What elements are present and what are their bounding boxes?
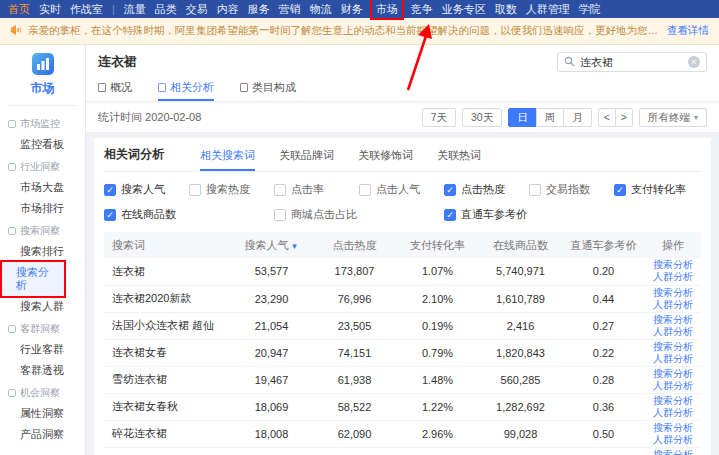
search-analysis-link[interactable]: 搜索分析 bbox=[649, 341, 697, 353]
range-30d-button[interactable]: 30天 bbox=[462, 108, 502, 127]
tab-related-analysis[interactable]: 相关分析 bbox=[158, 76, 214, 101]
sidebar-item-monitor-board[interactable]: 监控看板 bbox=[0, 134, 85, 155]
group-label: 客群洞察 bbox=[20, 322, 60, 336]
sidebar-item-industry-crowd[interactable]: 行业客群 bbox=[0, 339, 85, 360]
crowd-analysis-link[interactable]: 人群分析 bbox=[649, 380, 697, 392]
metric-checkbox-search-popularity[interactable]: ✓搜索人气 bbox=[104, 182, 189, 197]
nav-item-marketing[interactable]: 营销 bbox=[279, 0, 301, 18]
checkbox-icon: ✓ bbox=[274, 184, 286, 196]
keyword-cell: 连衣裙 bbox=[104, 258, 230, 285]
sidebar-module-label[interactable]: 市场 bbox=[8, 80, 77, 97]
sidebar-item-search-rank[interactable]: 搜索排行 bbox=[0, 241, 85, 262]
crowd-analysis-link[interactable]: 人群分析 bbox=[649, 326, 697, 338]
search-analysis-link[interactable]: 搜索分析 bbox=[649, 287, 697, 299]
actions-cell: 搜索分析人群分析 bbox=[645, 312, 701, 339]
metric-label: 搜索人气 bbox=[121, 182, 165, 197]
tab-related-hot-words[interactable]: 关联热词 bbox=[437, 148, 481, 171]
metric-cell: 0.36 bbox=[562, 393, 645, 420]
search-analysis-link[interactable]: 搜索分析 bbox=[649, 395, 697, 407]
nav-item-market[interactable]: 市场 bbox=[372, 0, 402, 18]
sort-desc-icon[interactable]: ▼ bbox=[291, 242, 299, 251]
nav-item-category[interactable]: 品类 bbox=[155, 0, 177, 18]
metric-checkbox-click-rate[interactable]: ✓点击率 bbox=[274, 182, 359, 197]
sidebar-item-attribute-insight[interactable]: 属性洞察 bbox=[0, 403, 85, 424]
terminal-select[interactable]: 所有终端▾ bbox=[639, 108, 707, 127]
nav-item-crowd-management[interactable]: 人群管理 bbox=[526, 0, 570, 18]
nav-item-academy[interactable]: 学院 bbox=[579, 0, 601, 18]
search-analysis-link[interactable]: 搜索分析 bbox=[649, 422, 697, 434]
metric-checkbox-payment-conversion[interactable]: ✓支付转化率 bbox=[614, 182, 699, 197]
tab-overview[interactable]: 概况 bbox=[98, 76, 132, 101]
sidebar-item-market-rank[interactable]: 市场排行 bbox=[0, 198, 85, 219]
crowd-analysis-link[interactable]: 人群分析 bbox=[649, 353, 697, 365]
crowd-analysis-link[interactable]: 人群分析 bbox=[649, 271, 697, 283]
column-header-payment-conversion[interactable]: 支付转化率 bbox=[396, 232, 479, 258]
crowd-analysis-link[interactable]: 人群分析 bbox=[649, 299, 697, 311]
column-header-online-products[interactable]: 在线商品数 bbox=[479, 232, 562, 258]
search-analysis-link[interactable]: 搜索分析 bbox=[649, 449, 697, 455]
sidebar-item-search-analysis[interactable]: 搜索分析 bbox=[2, 262, 64, 296]
crowd-analysis-link[interactable]: 人群分析 bbox=[649, 434, 697, 446]
column-header-search-popularity[interactable]: 搜索人气▼ bbox=[230, 232, 313, 258]
metric-checkbox-search-heat[interactable]: ✓搜索热度 bbox=[189, 182, 274, 197]
nav-item-data-fetch[interactable]: 取数 bbox=[495, 0, 517, 18]
checkbox-icon: ✓ bbox=[529, 184, 541, 196]
nav-item-logistics[interactable]: 物流 bbox=[310, 0, 332, 18]
sidebar-module: 市场 bbox=[8, 53, 77, 106]
sidebar-item-market-overview[interactable]: 市场大盘 bbox=[0, 177, 85, 198]
nav-item-competition[interactable]: 竞争 bbox=[411, 0, 433, 18]
metric-checkbox-online-products[interactable]: ✓在线商品数 bbox=[104, 207, 274, 222]
tab-category-composition[interactable]: 类目构成 bbox=[240, 76, 296, 101]
panel-title: 相关词分析 bbox=[104, 146, 164, 171]
nav-item-traffic[interactable]: 流量 bbox=[124, 0, 146, 18]
nav-item-content[interactable]: 内容 bbox=[217, 0, 239, 18]
nav-item-home[interactable]: 首页 bbox=[8, 0, 30, 18]
tab-related-modifier-words[interactable]: 关联修饰词 bbox=[358, 148, 413, 171]
search-analysis-link[interactable]: 搜索分析 bbox=[649, 368, 697, 380]
metric-cell: 40,722 bbox=[313, 447, 396, 455]
period-week-button[interactable]: 周 bbox=[536, 108, 565, 127]
metric-checkbox-mall-click-ratio[interactable]: ✓商城点击占比 bbox=[274, 207, 444, 222]
keyword-cell: 连衣裙女春 bbox=[104, 339, 230, 366]
metric-cell: 2.10% bbox=[396, 285, 479, 312]
nav-item-realtime[interactable]: 实时 bbox=[39, 0, 61, 18]
sidebar-item-crowd-perspective[interactable]: 客群透视 bbox=[0, 360, 85, 381]
nav-item-service[interactable]: 服务 bbox=[248, 0, 270, 18]
metric-checkbox-click-heat[interactable]: ✓点击热度 bbox=[444, 182, 529, 197]
metric-checkbox-click-popularity[interactable]: ✓点击人气 bbox=[359, 182, 444, 197]
period-day-button[interactable]: 日 bbox=[508, 108, 537, 127]
group-label: 机会洞察 bbox=[20, 386, 60, 400]
search-icon bbox=[564, 56, 575, 69]
keyword-cell: 法国小众连衣裙 超仙 bbox=[104, 312, 230, 339]
search-analysis-link[interactable]: 搜索分析 bbox=[649, 259, 697, 271]
nav-item-war-room[interactable]: 作战室 bbox=[70, 0, 103, 18]
range-7d-button[interactable]: 7天 bbox=[422, 108, 456, 127]
metric-label: 搜索热度 bbox=[206, 182, 250, 197]
metric-label: 支付转化率 bbox=[631, 182, 686, 197]
metric-checkbox-ztc-reference-price[interactable]: ✓直通车参考价 bbox=[444, 207, 614, 222]
metric-cell: 53,577 bbox=[230, 258, 313, 285]
metric-checkbox-trade-index[interactable]: ✓交易指数 bbox=[529, 182, 614, 197]
column-header-click-heat[interactable]: 点击热度 bbox=[313, 232, 396, 258]
metric-cell: 173,807 bbox=[313, 258, 396, 285]
nav-item-finance[interactable]: 财务 bbox=[341, 0, 363, 18]
sidebar-item-search-crowd[interactable]: 搜索人群 bbox=[0, 296, 85, 317]
clear-icon[interactable]: × bbox=[688, 56, 700, 68]
sidebar-item-product-insight[interactable]: 产品洞察 bbox=[0, 424, 85, 445]
period-month-button[interactable]: 月 bbox=[563, 108, 592, 127]
next-date-button[interactable]: > bbox=[615, 108, 633, 127]
tab-related-brand-words[interactable]: 关联品牌词 bbox=[279, 148, 334, 171]
search-input[interactable]: 连衣裙 bbox=[580, 55, 683, 70]
metric-cell: 2,416 bbox=[479, 312, 562, 339]
search-analysis-link[interactable]: 搜索分析 bbox=[649, 314, 697, 326]
tab-related-search-words[interactable]: 相关搜索词 bbox=[200, 148, 255, 171]
nav-item-business-zone[interactable]: 业务专区 bbox=[442, 0, 486, 18]
nav-item-trade[interactable]: 交易 bbox=[186, 0, 208, 18]
column-header-ztc-price[interactable]: 直通车参考价 bbox=[562, 232, 645, 258]
crowd-analysis-link[interactable]: 人群分析 bbox=[649, 407, 697, 419]
keyword-search-box[interactable]: 连衣裙 × bbox=[557, 52, 707, 72]
prev-date-button[interactable]: < bbox=[598, 108, 616, 127]
notice-detail-link[interactable]: 查看详情 bbox=[667, 24, 709, 38]
group-label: 行业洞察 bbox=[20, 160, 60, 174]
sidebar: 市场 市场监控 监控看板 行业洞察 市场大盘 市场排行 搜索洞察 搜索排行 搜索… bbox=[0, 45, 86, 455]
